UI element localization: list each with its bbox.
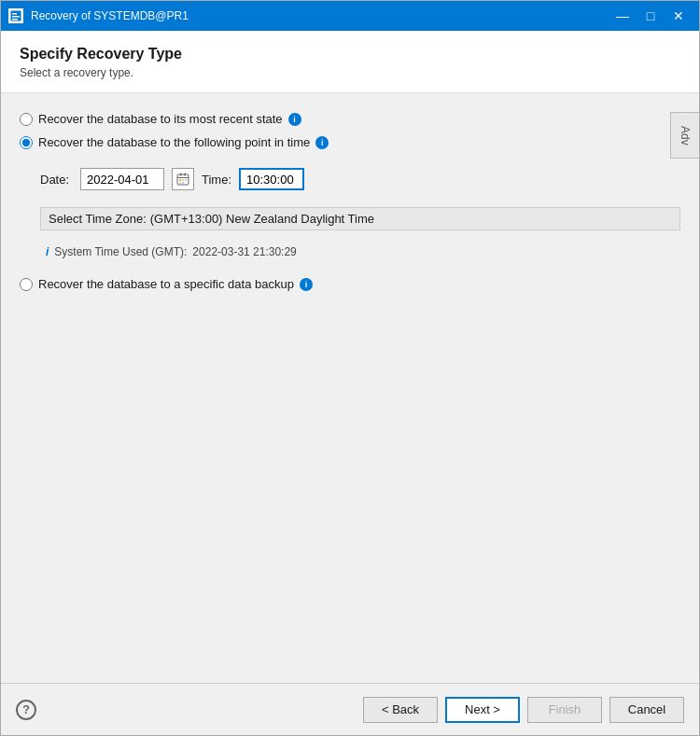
svg-rect-3: [12, 19, 18, 21]
svg-rect-1: [12, 13, 17, 15]
option1-radio[interactable]: [20, 113, 33, 126]
calendar-button[interactable]: [172, 168, 194, 190]
footer-buttons: < Back Next > Finish Cancel: [363, 697, 684, 723]
datetime-row: Date: Time:: [40, 168, 680, 190]
system-time-prefix: System Time Used (GMT):: [54, 245, 187, 258]
svg-rect-2: [12, 16, 20, 18]
date-label: Date:: [40, 173, 73, 187]
option3-info-icon: i: [300, 278, 313, 291]
svg-rect-9: [182, 179, 184, 181]
help-button[interactable]: ?: [16, 700, 36, 720]
title-bar: Recovery of SYSTEMDB@PR1 — □ ✕: [1, 1, 699, 31]
header-section: Specify Recovery Type Select a recovery …: [1, 31, 699, 93]
option2-radio[interactable]: [20, 136, 33, 149]
svg-rect-12: [182, 182, 184, 184]
page-title: Specify Recovery Type: [20, 46, 680, 62]
option3-radio[interactable]: [20, 278, 33, 291]
svg-rect-10: [185, 179, 187, 181]
timezone-row: Select Time Zone: (GMT+13:00) New Zealan…: [40, 207, 680, 230]
window-controls: — □ ✕: [609, 3, 692, 29]
time-label: Time:: [202, 173, 231, 187]
date-input[interactable]: [80, 168, 164, 190]
svg-rect-8: [179, 179, 181, 181]
info-italic-icon: i: [46, 245, 49, 258]
svg-rect-6: [180, 174, 182, 176]
close-button[interactable]: ✕: [665, 3, 692, 29]
advanced-button[interactable]: Adv: [670, 112, 699, 159]
time-input[interactable]: [239, 168, 304, 190]
recovery-options: Recover the database to its most recent …: [20, 112, 680, 291]
option3-item[interactable]: Recover the database to a specific data …: [20, 277, 680, 291]
window-title: Recovery of SYSTEMDB@PR1: [31, 9, 609, 22]
system-time-row: i System Time Used (GMT): 2022-03-31 21:…: [46, 245, 680, 258]
option2-item[interactable]: Recover the database to the following po…: [20, 135, 680, 149]
option2-info-icon: i: [315, 136, 329, 149]
back-button[interactable]: < Back: [363, 697, 438, 723]
option3-label: Recover the database to a specific data …: [38, 277, 294, 291]
svg-rect-11: [179, 182, 181, 184]
next-button[interactable]: Next >: [445, 697, 520, 723]
timezone-value: (GMT+13:00) New Zealand Daylight Time: [150, 212, 374, 226]
content-area: Adv Recover the database to its most rec…: [1, 93, 699, 683]
page-subtitle: Select a recovery type.: [20, 66, 680, 79]
svg-rect-7: [185, 174, 187, 176]
option1-item[interactable]: Recover the database to its most recent …: [20, 112, 680, 126]
finish-button[interactable]: Finish: [527, 697, 602, 723]
maximize-button[interactable]: □: [637, 3, 664, 29]
main-window: Recovery of SYSTEMDB@PR1 — □ ✕ Specify R…: [0, 0, 700, 736]
cancel-button[interactable]: Cancel: [609, 697, 684, 723]
footer: ? < Back Next > Finish Cancel: [1, 683, 699, 735]
option2-label: Recover the database to the following po…: [38, 135, 310, 149]
minimize-button[interactable]: —: [609, 3, 636, 29]
option1-info-icon: i: [288, 113, 301, 126]
system-time-value: 2022-03-31 21:30:29: [192, 245, 296, 258]
timezone-label: Select Time Zone:: [49, 212, 147, 226]
svg-rect-5: [177, 177, 189, 178]
app-icon: [8, 8, 23, 23]
option1-label: Recover the database to its most recent …: [38, 112, 283, 126]
